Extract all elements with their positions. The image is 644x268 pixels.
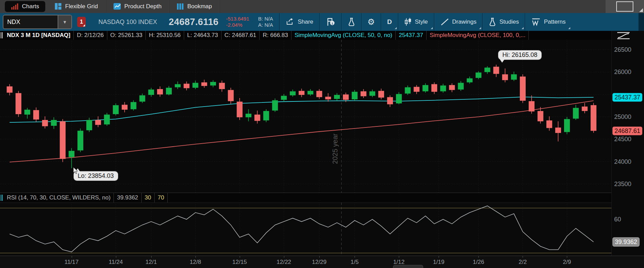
- tab-flexible-grid[interactable]: Flexible Grid: [47, 0, 106, 13]
- trendline-icon: [440, 18, 449, 26]
- studies-button[interactable]: Studies: [483, 13, 525, 31]
- sma100-label[interactable]: SimpleMovingAvg (CLOSE, 100, 0,...: [427, 31, 529, 40]
- symbol-input[interactable]: NDX: [3, 15, 58, 28]
- time-axis-tick: [195, 256, 196, 258]
- price-axis[interactable]: 26500260002500024500240002350025437.3724…: [611, 31, 644, 268]
- time-axis-tick: [399, 256, 399, 258]
- ohlc-cell: R: 666.83: [260, 31, 291, 40]
- style-button[interactable]: Style: [398, 13, 434, 31]
- time-axis-tick: [72, 256, 72, 258]
- pattern-icon: [531, 17, 541, 26]
- candle-style-icon: [404, 17, 412, 26]
- price-axis-label: 26000: [614, 69, 631, 76]
- studies-label: Studies: [499, 19, 519, 25]
- rsi-oversold-level: 30: [142, 193, 155, 203]
- time-axis-tick: [240, 256, 240, 258]
- time-axis-tick: [439, 256, 439, 258]
- bid-value: B: N/A: [258, 16, 273, 22]
- instrument-name: NASDAQ 100 INDEX: [98, 19, 157, 26]
- price-axis-label: 24000: [614, 158, 631, 165]
- svg-text:i: i: [332, 21, 333, 25]
- ohlc-cell: O: 25261.33: [107, 31, 146, 40]
- tab-bookmap[interactable]: Bookmap: [169, 0, 220, 13]
- time-axis-label: 1/26: [473, 259, 484, 266]
- tab-list: ChartsFlexible GridProduct DepthBookmap: [0, 0, 220, 13]
- time-axis-label: 2/2: [519, 259, 527, 266]
- tab-charts[interactable]: Charts: [5, 1, 45, 12]
- rsi-axis-label: 60: [614, 216, 621, 223]
- restore-window-button[interactable]: [606, 0, 644, 13]
- pane-drag-handle[interactable]: [1, 32, 3, 38]
- chart-title: NDX 3 M 1D [NASDAQ]: [4, 31, 74, 40]
- gear-icon: ⚙: [368, 17, 375, 27]
- high-annotation: Hi: 26165.08: [498, 50, 541, 60]
- settings-button[interactable]: ⚙: [362, 13, 381, 31]
- price-axis-label: 23500: [614, 180, 631, 187]
- link-group-badge[interactable]: 1: [77, 17, 86, 27]
- bid-ask: B: N/A A: N/A: [258, 16, 273, 28]
- rsi-label[interactable]: RSI (14, 70, 30, CLOSE, WILDERS, no): [4, 193, 114, 203]
- style-label: Style: [415, 19, 428, 25]
- toolbar-end-block: [639, 13, 644, 31]
- tab-label: Product Depth: [124, 3, 162, 10]
- price-change: -513.6491 -2.04%: [226, 16, 249, 28]
- time-axis-tick: [355, 256, 355, 258]
- symbol-combo[interactable]: NDX ▼: [3, 15, 72, 29]
- drawings-button[interactable]: Drawings: [434, 13, 482, 31]
- time-axis-tick: [116, 256, 116, 258]
- symbol-dropdown-button[interactable]: ▼: [58, 15, 71, 28]
- bar-chart-icon: [11, 3, 19, 10]
- rsi-value: 39.9362: [114, 193, 141, 203]
- pane-drag-handle[interactable]: [1, 195, 3, 201]
- price-pane[interactable]: 2025 year: [0, 40, 612, 193]
- depth-icon: [114, 3, 121, 10]
- price-axis-label: 26500: [614, 46, 631, 53]
- drawings-label: Drawings: [452, 19, 477, 25]
- time-axis-tick: [151, 256, 152, 258]
- ohlc-values: D: 2/12/26O: 25261.33H: 25310.56L: 24643…: [74, 31, 291, 40]
- last-price-marker: 24687.61: [612, 126, 642, 135]
- time-axis-label: 1/12: [393, 259, 405, 266]
- chart-toolbar: NDX ▼ 1 NASDAQ 100 INDEX 24687.6116 -513…: [0, 13, 644, 31]
- flag-info-icon: i: [326, 17, 335, 26]
- analyze-button[interactable]: [342, 13, 361, 31]
- ohlc-cell: C: 24687.61: [222, 31, 260, 40]
- time-axis-label: 12/29: [312, 259, 327, 266]
- grid-icon: [55, 3, 62, 10]
- share-button[interactable]: Share: [280, 13, 319, 31]
- bookmap-icon: [177, 3, 184, 10]
- time-axis-tick: [523, 256, 523, 258]
- rsi-overbought-level: 70: [155, 193, 168, 203]
- flag-info-button[interactable]: i: [320, 13, 341, 31]
- tab-label: Flexible Grid: [65, 3, 98, 10]
- share-label: Share: [298, 19, 313, 25]
- flask-icon: [489, 17, 496, 26]
- chevron-down-icon: ▼: [63, 20, 67, 25]
- sma50-value: 25437.37: [396, 31, 427, 40]
- tab-label: Bookmap: [187, 3, 212, 10]
- time-axis-label: 12/15: [232, 259, 247, 266]
- tab-product-depth[interactable]: Product Depth: [106, 0, 170, 13]
- ask-value: A: N/A: [258, 22, 273, 28]
- low-annotation: Lo: 23854.03: [74, 171, 118, 181]
- rsi-pane[interactable]: [0, 203, 612, 256]
- sma50-label[interactable]: SimpleMovingAvg (CLOSE, 50, 0, no): [291, 31, 396, 40]
- svg-text:2025 year: 2025 year: [331, 133, 339, 164]
- patterns-label: Patterns: [544, 19, 565, 25]
- time-axis-tick: [284, 256, 284, 258]
- window-rect-icon: [616, 1, 633, 12]
- patterns-button[interactable]: Patterns: [525, 13, 571, 31]
- ohlc-header: NDX 3 M 1D [NASDAQ] D: 2/12/26O: 25261.3…: [0, 31, 644, 40]
- time-axis-tick: [478, 256, 479, 258]
- chart-area[interactable]: NDX 3 M 1D [NASDAQ] D: 2/12/26O: 25261.3…: [0, 31, 644, 268]
- auto-scale-icon[interactable]: [616, 32, 632, 40]
- last-price: 24687.6116: [169, 17, 218, 27]
- rsi-header: RSI (14, 70, 30, CLOSE, WILDERS, no) 39.…: [0, 193, 644, 203]
- timeframe-button[interactable]: D: [381, 13, 398, 31]
- time-axis-label: 11/17: [64, 259, 79, 266]
- app-window: ChartsFlexible GridProduct DepthBookmap …: [0, 0, 644, 268]
- ohlc-cell: L: 24643.73: [184, 31, 222, 40]
- time-axis[interactable]: 11/1711/2412/112/812/1512/2212/291/51/12…: [0, 256, 644, 268]
- time-axis-label: 1/5: [350, 259, 359, 266]
- price-axis-label: 25000: [614, 113, 631, 120]
